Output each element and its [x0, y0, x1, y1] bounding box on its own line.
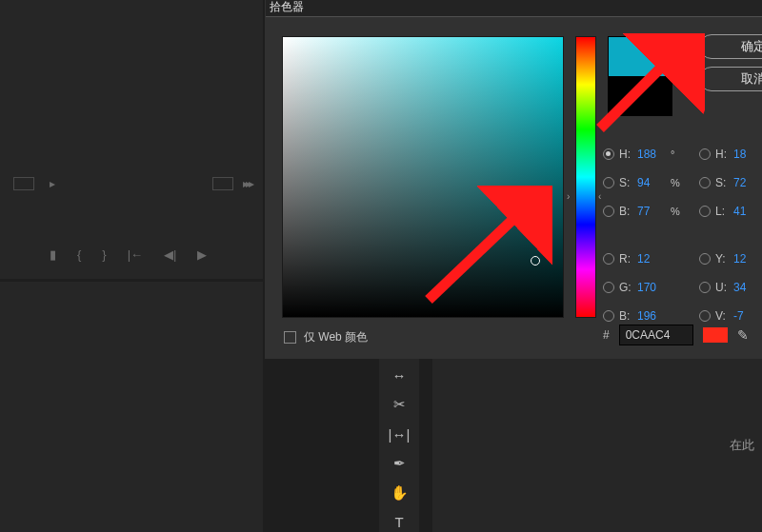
- web-only-checkbox[interactable]: [284, 331, 296, 344]
- pct-unit-1: %: [671, 177, 680, 188]
- l-value[interactable]: 41: [733, 205, 762, 218]
- b2-label: B:: [619, 309, 632, 323]
- hex-label: #: [603, 328, 610, 342]
- color-preview-new: [609, 37, 672, 76]
- r-radio[interactable]: [603, 253, 614, 265]
- hand-icon[interactable]: ✋: [388, 483, 411, 502]
- u-label: U:: [715, 281, 729, 294]
- play-mini-icon[interactable]: ▸: [50, 177, 55, 190]
- hsb-rgb-column: H: 188 ° S: 94 % B: 77 % R: 12 G: 170: [603, 145, 680, 325]
- v-label: V:: [715, 309, 729, 323]
- b2-radio[interactable]: [603, 310, 614, 322]
- in-bracket-icon[interactable]: {: [77, 247, 81, 262]
- ripple-icon[interactable]: ↔: [388, 365, 411, 385]
- pen-icon[interactable]: ✒: [388, 453, 411, 473]
- deg-unit: °: [671, 148, 674, 160]
- g-value[interactable]: 170: [637, 281, 666, 294]
- hue-radio[interactable]: [603, 148, 614, 160]
- right-hint-label: 在此: [730, 437, 754, 454]
- color-preview-old: [609, 76, 672, 115]
- b2-value[interactable]: 196: [637, 309, 666, 323]
- s2-radio[interactable]: [699, 177, 711, 188]
- hue-slider[interactable]: [575, 36, 596, 318]
- h2-label: H:: [715, 148, 729, 161]
- ok-button[interactable]: 确定: [699, 34, 762, 59]
- h-value[interactable]: 188: [637, 148, 666, 161]
- pct-unit-2: %: [671, 206, 680, 217]
- g-radio[interactable]: [603, 282, 614, 293]
- web-only-label: 仅 Web 颜色: [304, 329, 368, 345]
- view-box[interactable]: [212, 177, 233, 190]
- l-label: L:: [715, 205, 729, 218]
- list-icon[interactable]: ▸▸▸: [243, 177, 251, 190]
- u-value[interactable]: 34: [733, 281, 762, 294]
- h-label: H:: [619, 148, 632, 161]
- y-value[interactable]: 12: [733, 252, 762, 266]
- slip-icon[interactable]: |↔|: [388, 424, 411, 444]
- play-icon[interactable]: ▶: [197, 247, 207, 262]
- razor-icon[interactable]: ✂: [388, 395, 411, 415]
- color-picker-dialog: 拾色器 › ‹ 确定 取消 H: 188 ° S: 94 % B: 77: [265, 0, 762, 359]
- color-field-marker-2: [531, 256, 540, 266]
- l-radio[interactable]: [699, 206, 711, 217]
- s-label: S:: [619, 176, 632, 189]
- hex-input[interactable]: 0CAAC4: [619, 325, 693, 345]
- h2-radio[interactable]: [699, 148, 711, 160]
- h2-value[interactable]: 18: [733, 148, 762, 161]
- bri-radio[interactable]: [603, 206, 614, 217]
- u-radio[interactable]: [699, 282, 711, 293]
- s2-value[interactable]: 72: [733, 176, 762, 189]
- marker-icon[interactable]: ▮: [50, 247, 56, 262]
- y-label: Y:: [715, 252, 729, 266]
- out-bracket-icon[interactable]: }: [102, 247, 106, 262]
- color-field-marker-1: [525, 211, 534, 221]
- zoom-box[interactable]: [13, 177, 34, 190]
- eyedropper-icon[interactable]: ✎: [737, 327, 749, 343]
- s-value[interactable]: 94: [637, 176, 666, 189]
- hue-right-icon: ‹: [598, 191, 601, 202]
- cancel-button[interactable]: 取消: [699, 67, 762, 91]
- v-radio[interactable]: [699, 310, 711, 322]
- b-value[interactable]: 77: [637, 205, 666, 218]
- b-label: B:: [619, 205, 632, 218]
- r-label: R:: [619, 252, 632, 266]
- type-icon[interactable]: T: [388, 512, 411, 532]
- sat-radio[interactable]: [603, 177, 614, 188]
- red-swatch[interactable]: [703, 327, 728, 343]
- v-value[interactable]: -7: [733, 309, 762, 323]
- s2-label: S:: [715, 176, 729, 189]
- r-value[interactable]: 12: [637, 252, 666, 266]
- y-radio[interactable]: [699, 253, 711, 265]
- hue-left-icon: ›: [567, 191, 570, 202]
- dialog-title: 拾色器: [266, 0, 762, 17]
- tools-panel: ↔ ✂ |↔| ✒ ✋ T: [379, 358, 419, 532]
- color-field[interactable]: [282, 36, 564, 318]
- g-label: G:: [619, 281, 632, 294]
- hsl-yuv-column: H: 18 S: 72 L: 41 Y: 12 U: 34 V: -7: [699, 145, 762, 325]
- color-preview: [608, 36, 672, 116]
- step-back-icon[interactable]: ◀|: [164, 247, 176, 262]
- go-start-icon[interactable]: |←: [128, 247, 143, 262]
